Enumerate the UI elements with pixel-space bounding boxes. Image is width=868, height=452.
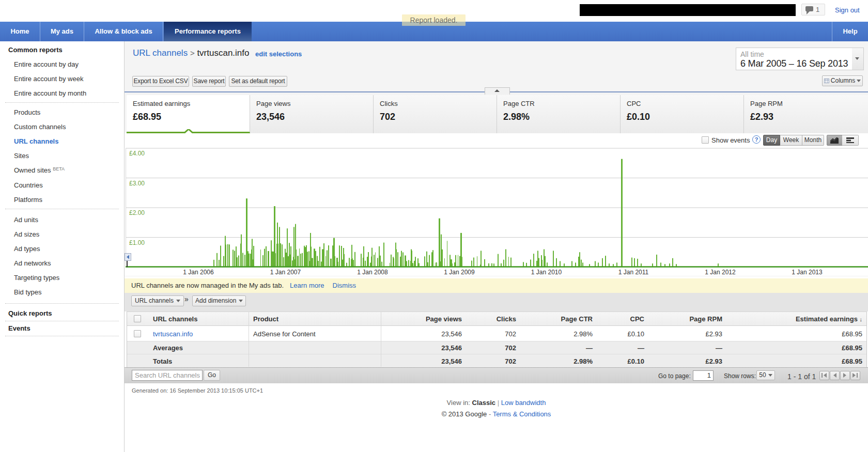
- svg-text:1 Jan 2006: 1 Jan 2006: [183, 269, 214, 276]
- svg-text:1 Jan 2010: 1 Jan 2010: [531, 269, 562, 276]
- svg-text:1 Jan 2008: 1 Jan 2008: [357, 269, 388, 276]
- svg-text:1 Jan 2012: 1 Jan 2012: [705, 269, 736, 276]
- svg-text:£3.00: £3.00: [129, 180, 145, 187]
- svg-text:1 Jan 2011: 1 Jan 2011: [618, 269, 649, 276]
- svg-text:£1.00: £1.00: [129, 239, 145, 246]
- svg-text:£2.00: £2.00: [129, 209, 145, 216]
- svg-text:£4.00: £4.00: [129, 150, 145, 157]
- svg-text:1 Jan 2007: 1 Jan 2007: [270, 269, 301, 276]
- svg-text:1 Jan 2013: 1 Jan 2013: [792, 269, 823, 276]
- svg-text:1 Jan 2009: 1 Jan 2009: [444, 269, 475, 276]
